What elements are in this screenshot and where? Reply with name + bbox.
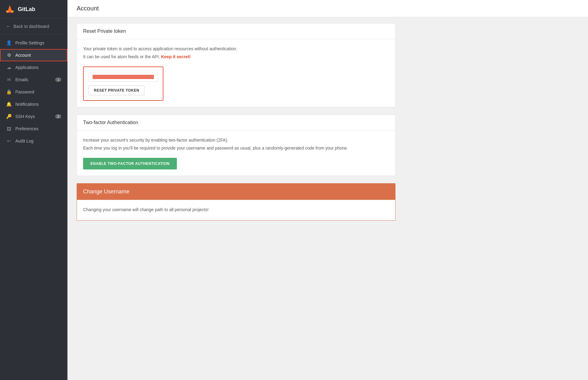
sidebar-item-applications[interactable]: ☁ Applications xyxy=(0,61,67,74)
private-token-desc-2: It can be used for atom feeds or the API… xyxy=(83,53,389,60)
sidebar-item-ssh-keys[interactable]: 🔑 SSH Keys 2 xyxy=(0,110,67,123)
main-content: Account Reset Private token Your private… xyxy=(67,0,588,380)
notifications-icon: 🔔 xyxy=(6,101,12,107)
two-factor-body: Increase your account's security by enab… xyxy=(77,131,395,176)
private-token-desc-1: Your private token is used to access app… xyxy=(83,45,389,52)
page-title: Account xyxy=(77,5,579,12)
sidebar-item-emails[interactable]: ✉ Emails 1 xyxy=(0,74,67,86)
two-factor-desc-1: Increase your account's security by enab… xyxy=(83,137,389,143)
sidebar-item-password[interactable]: 🔒 Password xyxy=(0,86,67,98)
password-icon: 🔒 xyxy=(6,89,12,95)
ssh-keys-badge: 2 xyxy=(55,114,61,119)
ssh-keys-icon: 🔑 xyxy=(6,114,12,119)
keep-secret-label: Keep it secret! xyxy=(161,54,190,59)
account-icon: ⚙ xyxy=(6,52,12,58)
sidebar-item-label-notifications: Notifications xyxy=(15,102,39,107)
sidebar-item-account[interactable]: ⚙ Account xyxy=(0,49,67,61)
audit-log-icon: ↩ xyxy=(6,138,12,144)
emails-badge: 1 xyxy=(55,78,61,82)
change-username-desc: Changing your username will change path … xyxy=(83,206,389,213)
sidebar-item-label-profile: Profile Settings xyxy=(15,40,44,45)
private-token-header: Reset Private token xyxy=(77,24,395,39)
change-username-body: Changing your username will change path … xyxy=(77,200,395,220)
private-token-section: Reset Private token Your private token i… xyxy=(77,23,395,107)
profile-settings-icon: 👤 xyxy=(6,40,12,46)
private-token-desc-2-text: It can be used for atom feeds or the API… xyxy=(83,54,160,59)
back-to-dashboard-link[interactable]: ← Back to dashboard xyxy=(0,19,67,34)
preferences-icon: 🖼 xyxy=(6,126,12,131)
token-display xyxy=(89,72,158,82)
page-header: Account xyxy=(67,0,588,17)
logo-area: GitLab xyxy=(0,0,67,19)
sidebar-item-label-ssh-keys: SSH Keys xyxy=(15,114,35,119)
private-token-body: Your private token is used to access app… xyxy=(77,39,395,107)
applications-icon: ☁ xyxy=(6,65,12,70)
sidebar-item-audit-log[interactable]: ↩ Audit Log xyxy=(0,135,67,147)
sidebar-item-label-account: Account xyxy=(15,53,31,58)
sidebar-item-label-password: Password xyxy=(15,89,34,94)
gitlab-logo-icon xyxy=(5,4,15,14)
sidebar-item-label-applications: Applications xyxy=(15,65,39,70)
emails-icon: ✉ xyxy=(6,77,12,82)
reset-private-token-button[interactable]: RESET PRIVATE TOKEN xyxy=(89,86,144,95)
two-factor-desc-2: Each time you log in you'll be required … xyxy=(83,145,389,151)
token-redacted-value xyxy=(93,75,154,79)
sidebar-item-preferences[interactable]: 🖼 Preferences xyxy=(0,123,67,135)
sidebar-item-notifications[interactable]: 🔔 Notifications xyxy=(0,98,67,110)
two-factor-section: Two-factor Authentication Increase your … xyxy=(77,115,395,176)
enable-two-factor-button[interactable]: ENABLE TWO-FACTOR AUTHENTICATION xyxy=(83,158,177,169)
change-username-section: Change Username Changing your username w… xyxy=(77,183,395,221)
back-to-dashboard-label: Back to dashboard xyxy=(13,24,49,29)
sidebar: GitLab ← Back to dashboard 👤 Profile Set… xyxy=(0,0,67,380)
logo-text: GitLab xyxy=(18,6,35,13)
sidebar-item-profile-settings[interactable]: 👤 Profile Settings xyxy=(0,37,67,49)
sidebar-item-label-audit-log: Audit Log xyxy=(15,139,33,143)
sidebar-item-label-preferences: Preferences xyxy=(15,126,38,131)
two-factor-header: Two-factor Authentication xyxy=(77,115,395,131)
sidebar-nav: 👤 Profile Settings ⚙ Account ☁ Applicati… xyxy=(0,34,67,150)
back-arrow-icon: ← xyxy=(6,24,11,29)
sidebar-item-label-emails: Emails xyxy=(15,77,28,82)
change-username-header: Change Username xyxy=(77,184,395,200)
content-area: Reset Private token Your private token i… xyxy=(67,17,405,234)
token-box: RESET PRIVATE TOKEN xyxy=(83,66,163,101)
